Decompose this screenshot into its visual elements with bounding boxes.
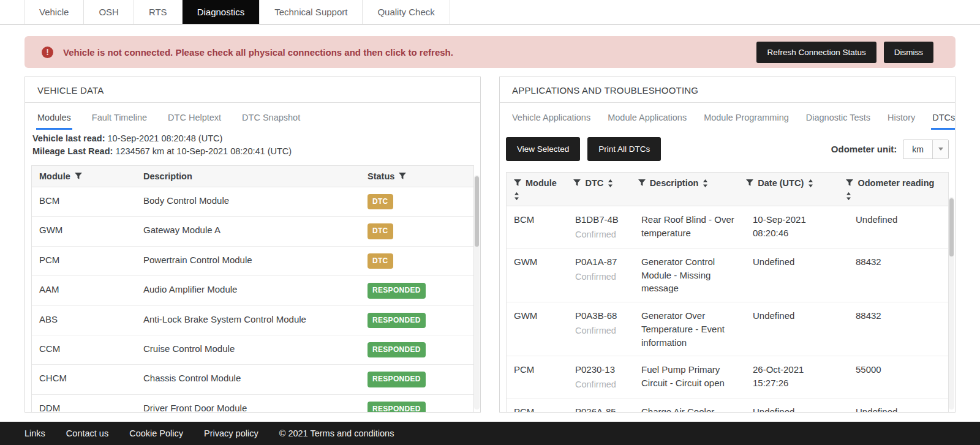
col-dtc[interactable]: DTC	[566, 173, 630, 206]
filter-funnel-icon[interactable]	[746, 179, 753, 187]
module-code: PCM	[32, 247, 136, 275]
filter-funnel-icon[interactable]	[514, 179, 521, 187]
status-badge: RESPONDED	[368, 342, 426, 357]
tab-dtc-helptext[interactable]: DTC Helptext	[167, 105, 222, 130]
module-description: Driver Front Door Module	[136, 395, 360, 413]
tab-diagnostic-tests[interactable]: Diagnostic Tests	[805, 105, 872, 130]
tab-module-programming[interactable]: Module Programming	[703, 105, 790, 130]
view-selected-button[interactable]: View Selected	[506, 137, 580, 161]
module-description: Chassis Control Module	[136, 365, 360, 394]
col-module[interactable]: Module	[32, 166, 136, 187]
module-description: Cruise Control Module	[136, 335, 360, 364]
module-code: CHCM	[32, 365, 136, 394]
modules-table-header: Module Description Status	[32, 166, 473, 187]
odometer-unit-select[interactable]: km	[903, 140, 949, 159]
module-row-abs[interactable]: ABS Anti-Lock Brake System Control Modul…	[32, 306, 473, 335]
module-description: Audio Amplifier Module	[136, 276, 360, 305]
tab-module-applications[interactable]: Module Applications	[606, 105, 688, 130]
nav-spacer	[0, 0, 24, 24]
nav-tab-osh[interactable]: OSH	[84, 0, 134, 24]
vehicle-read-meta: Vehicle last read: 10-Sep-2021 08:20:48 …	[25, 130, 480, 160]
dtc-odometer: Undefined	[848, 206, 948, 248]
module-row-pcm[interactable]: PCM Powertrain Control Module DTC	[32, 247, 473, 276]
module-row-aam[interactable]: AAM Audio Amplifier Module RESPONDED	[32, 276, 473, 305]
dismiss-button[interactable]: Dismiss	[884, 42, 933, 63]
nav-tab-rts[interactable]: RTS	[134, 0, 183, 24]
dtcs-table: Module DTC Description Date (UTC)	[506, 172, 949, 413]
module-code: AAM	[32, 276, 136, 305]
dtc-confirm-status: Confirmed	[575, 271, 627, 283]
module-row-bcm[interactable]: BCM Body Control Module DTC	[32, 187, 473, 217]
odometer-unit-value: km	[903, 140, 932, 159]
filter-funnel-icon[interactable]	[846, 179, 853, 187]
dtc-module: PCM	[507, 356, 568, 398]
alert-actions: Refresh Connection Status Dismiss	[756, 42, 933, 63]
dtc-code: P0A1A-87 Confirmed	[568, 249, 634, 302]
filter-funnel-icon[interactable]	[399, 173, 406, 180]
dtc-description: Rear Roof Blind - Over temperature	[634, 206, 745, 248]
nav-tab-vehicle[interactable]: Vehicle	[24, 0, 84, 24]
sort-updown-icon[interactable]	[703, 179, 708, 187]
tab-dtc-snapshot[interactable]: DTC Snapshot	[241, 105, 301, 130]
status-badge: DTC	[368, 253, 393, 269]
module-row-gwm[interactable]: GWM Gateway Module A DTC	[32, 217, 473, 246]
dtc-odometer: 88432	[848, 249, 948, 302]
dtc-row-p0a1a[interactable]: GWM P0A1A-87 Confirmed Generator Control…	[507, 249, 948, 302]
footer-link-cookie-policy[interactable]: Cookie Policy	[129, 428, 183, 438]
top-nav: Vehicle OSH RTS Diagnostics Technical Su…	[0, 0, 980, 24]
sort-updown-icon[interactable]	[514, 192, 519, 200]
status-badge: RESPONDED	[368, 372, 426, 387]
tab-modules[interactable]: Modules	[36, 105, 72, 130]
module-row-ccm[interactable]: CCM Cruise Control Module RESPONDED	[32, 335, 473, 365]
sort-updown-icon[interactable]	[608, 179, 613, 187]
dtc-row-p0a3b[interactable]: GWM P0A3B-68 Confirmed Generator Over Te…	[507, 302, 948, 356]
modules-table-scrollbar[interactable]	[474, 175, 480, 409]
alert-message: Vehicle is not connected. Please check a…	[63, 47, 756, 58]
col-module[interactable]: Module	[507, 173, 566, 206]
dtc-module: GWM	[507, 302, 568, 356]
mileage-last-read: Mileage Last Read: 1234567 km at 10-Sep-…	[32, 146, 473, 156]
tab-fault-timeline[interactable]: Fault Timeline	[91, 105, 148, 130]
col-odometer-reading[interactable]: Odometer reading	[839, 173, 948, 206]
dtcs-table-scrollbar[interactable]	[949, 197, 954, 409]
module-code: ABS	[32, 306, 136, 335]
nav-tab-technical-support[interactable]: Technical Support	[260, 0, 363, 24]
col-description[interactable]: Description	[631, 173, 739, 206]
nav-tab-quality-check[interactable]: Quality Check	[363, 0, 450, 24]
module-row-ddm[interactable]: DDM Driver Front Door Module RESPONDED	[32, 395, 473, 413]
tab-history[interactable]: History	[886, 105, 916, 130]
dtcs-toolbar: View Selected Print All DTCs Odometer un…	[500, 130, 955, 167]
sort-updown-icon[interactable]	[846, 192, 851, 200]
tab-dtcs[interactable]: DTCs	[931, 105, 956, 130]
col-status[interactable]: Status	[360, 166, 473, 187]
module-description: Powertrain Control Module	[136, 247, 360, 275]
module-row-chcm[interactable]: CHCM Chassis Control Module RESPONDED	[32, 365, 473, 394]
module-code: GWM	[32, 217, 136, 245]
dtc-row-p0230[interactable]: PCM P0230-13 Confirmed Fuel Pump Primary…	[507, 356, 948, 398]
dtc-odometer: 88432	[848, 302, 948, 356]
status-badge: DTC	[368, 223, 393, 239]
footer-link-links[interactable]: Links	[24, 428, 45, 438]
module-code: CCM	[32, 335, 136, 364]
filter-funnel-icon[interactable]	[638, 179, 646, 187]
dtc-row-b1db7[interactable]: BCM B1DB7-4B Confirmed Rear Roof Blind -…	[507, 206, 948, 249]
dtc-date: Undefined	[745, 398, 848, 413]
status-badge: RESPONDED	[368, 313, 426, 328]
col-date-utc[interactable]: Date (UTC)	[739, 173, 839, 206]
footer-link-contact-us[interactable]: Contact us	[66, 428, 108, 438]
status-badge: RESPONDED	[368, 402, 426, 413]
vehicle-last-read-label: Vehicle last read:	[32, 133, 105, 143]
dtc-row-p026a[interactable]: PCM P026A-85 Confirmed Charge Air Cooler…	[507, 398, 948, 413]
sort-updown-icon[interactable]	[808, 179, 813, 187]
vehicle-data-tabs: Modules Fault Timeline DTC Helptext DTC …	[25, 105, 480, 130]
footer-link-privacy-policy[interactable]: Privacy policy	[204, 428, 258, 438]
status-badge: DTC	[368, 194, 393, 209]
dtc-confirm-status: Confirmed	[575, 228, 627, 241]
refresh-connection-status-button[interactable]: Refresh Connection Status	[756, 42, 876, 63]
dtc-code: P026A-85 Confirmed	[568, 398, 634, 413]
nav-tab-diagnostics[interactable]: Diagnostics	[183, 0, 260, 24]
print-all-dtcs-button[interactable]: Print All DTCs	[587, 137, 661, 161]
filter-funnel-icon[interactable]	[573, 179, 581, 187]
filter-funnel-icon[interactable]	[75, 173, 82, 180]
tab-vehicle-applications[interactable]: Vehicle Applications	[511, 105, 592, 130]
